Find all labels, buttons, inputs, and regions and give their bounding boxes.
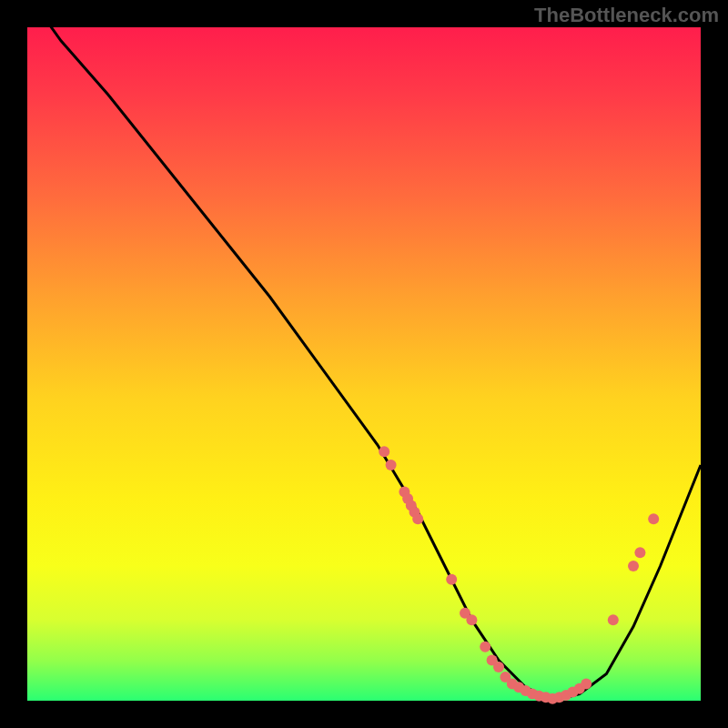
data-point: [466, 614, 477, 625]
data-point: [648, 513, 659, 524]
data-point: [634, 547, 645, 558]
data-point: [412, 513, 423, 524]
chart-svg: [27, 27, 701, 701]
data-markers: [379, 446, 659, 704]
data-point: [628, 561, 639, 571]
data-point: [446, 574, 457, 585]
chart-container: TheBottleneck.com: [0, 0, 728, 728]
data-point: [379, 446, 389, 457]
plot-area: [27, 27, 701, 701]
data-point: [608, 614, 619, 625]
data-point: [581, 679, 592, 690]
watermark-text: TheBottleneck.com: [534, 4, 719, 27]
data-point: [480, 642, 490, 652]
bottleneck-curve: [27, 0, 701, 701]
data-point: [386, 460, 397, 470]
data-point: [493, 662, 504, 672]
